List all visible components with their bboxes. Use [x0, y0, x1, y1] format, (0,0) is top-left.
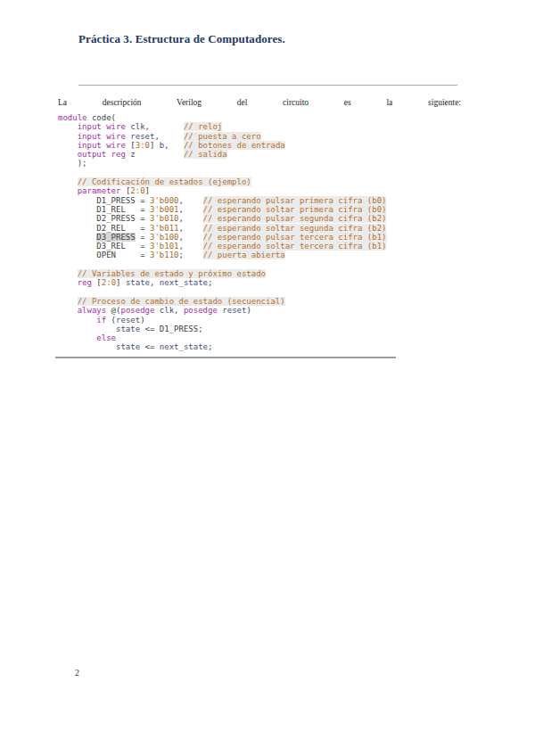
code-line: [58, 288, 387, 297]
code-line: always @(posedge clk, posedge reset): [58, 306, 387, 315]
pdf-page: { "page": { "title": "Práctica 3. Estruc…: [0, 0, 535, 756]
code-line: );: [58, 159, 387, 168]
code-line: D3_REL = 3'b101, // esperando soltar ter…: [58, 242, 387, 251]
code-line: if (reset): [58, 316, 387, 325]
code-line: // Proceso de cambio de estado (secuenci…: [58, 297, 387, 306]
code-bottom-rule: [55, 357, 396, 358]
code-line: D1_PRESS = 3'b000, // esperando pulsar p…: [58, 196, 387, 205]
code-line: parameter [2:0]: [58, 186, 387, 195]
code-line: input wire [3:0] b, // botones de entrad…: [58, 141, 387, 150]
intro-paragraph: La descripción Verilog del circuito es l…: [58, 98, 461, 107]
code-line: reg [2:0] state, next_state;: [58, 278, 387, 287]
code-line: input wire clk, // reloj: [58, 122, 387, 131]
code-line: module code(: [58, 113, 387, 122]
code-line: // Variables de estado y próximo estado: [58, 269, 387, 278]
code-line: [58, 168, 387, 177]
code-line: // Codificación de estados (ejemplo): [58, 177, 387, 186]
code-line: OPEN = 3'b110; // puerta abierta: [58, 251, 387, 259]
header-rule: [78, 85, 457, 86]
code-line: state <= D1_PRESS;: [58, 325, 387, 333]
code-line: D2_PRESS = 3'b010, // esperando pulsar s…: [58, 214, 387, 223]
code-line: input wire reset, // puesta a cero: [58, 132, 387, 141]
code-line: output reg z // salida: [58, 150, 387, 159]
code-line: D3_PRESS = 3'b100, // esperando pulsar t…: [58, 233, 387, 242]
code-line: [58, 260, 387, 269]
code-line: D2_REL = 3'b011, // esperando soltar seg…: [58, 224, 387, 233]
code-line: D1_REL = 3'b001, // esperando soltar pri…: [58, 205, 387, 214]
code-line: else: [58, 333, 387, 342]
code-line: state <= next_state;: [58, 342, 387, 351]
page-title: Práctica 3. Estructura de Computadores.: [78, 32, 285, 46]
code-block: module code( input wire clk, // reloj in…: [58, 113, 387, 352]
page-number: 2: [75, 668, 79, 678]
